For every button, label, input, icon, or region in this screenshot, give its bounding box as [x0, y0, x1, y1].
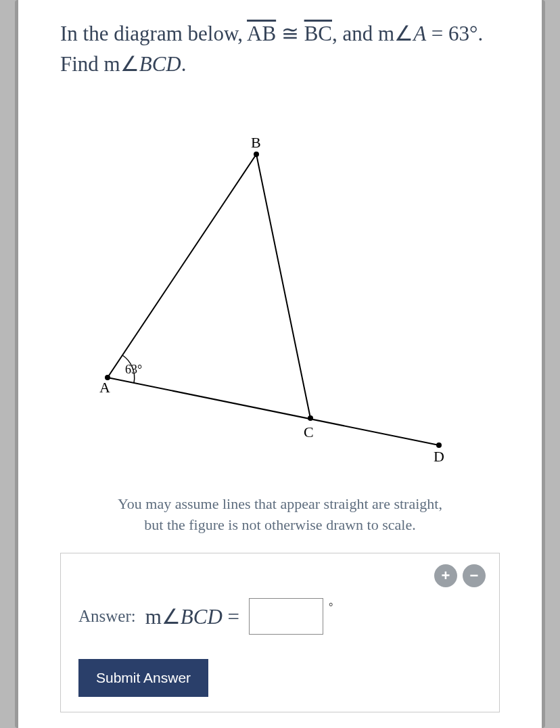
line-bc — [256, 154, 310, 418]
zoom-in-button[interactable]: + — [434, 564, 457, 587]
answer-panel: + − Answer: m∠BCD = ° Submit Answer — [60, 553, 500, 712]
segment-bc: BC — [304, 22, 332, 45]
point-c — [308, 415, 313, 421]
diagram-note: You may assume lines that appear straigh… — [60, 494, 500, 536]
angle-a-value: 63° — [125, 363, 142, 376]
q-end: . — [181, 52, 187, 76]
q-ang1: A — [413, 22, 426, 45]
q-cong: ≅ — [276, 22, 304, 45]
answer-line: Answer: m∠BCD = ° — [78, 598, 482, 635]
page-container: In the diagram below, AB ≅ BC, and m∠A =… — [15, 0, 545, 728]
point-b — [254, 152, 259, 157]
expr-post: = — [223, 605, 239, 629]
q-ang2: BCD — [139, 52, 181, 76]
answer-label: Answer: — [78, 607, 136, 626]
label-c: C — [304, 424, 314, 440]
zoom-out-button[interactable]: − — [463, 564, 486, 587]
note-line-1: You may assume lines that appear straigh… — [118, 495, 442, 512]
answer-input[interactable] — [249, 598, 323, 635]
segment-ab: AB — [247, 22, 276, 45]
label-b: B — [251, 134, 261, 151]
label-a: A — [99, 379, 110, 396]
expr-pre: m∠ — [145, 605, 181, 629]
q-pre: In the diagram below, — [60, 22, 247, 45]
triangle-diagram: A B C D 63° — [60, 100, 493, 479]
submit-answer-button[interactable]: Submit Answer — [78, 659, 208, 697]
answer-expression: m∠BCD = — [145, 604, 239, 629]
point-d — [436, 442, 442, 448]
degree-symbol: ° — [329, 601, 333, 613]
content-area: In the diagram below, AB ≅ BC, and m∠A =… — [18, 0, 542, 712]
zoom-controls: + − — [434, 564, 486, 587]
question-text: In the diagram below, AB ≅ BC, and m∠A =… — [60, 19, 500, 80]
line-ab — [108, 154, 256, 378]
note-line-2: but the figure is not otherwise drawn to… — [144, 516, 415, 533]
label-d: D — [434, 448, 444, 465]
line-ad — [108, 378, 439, 445]
expr-ang: BCD — [181, 605, 223, 629]
q-post1: , and m∠ — [332, 22, 413, 45]
